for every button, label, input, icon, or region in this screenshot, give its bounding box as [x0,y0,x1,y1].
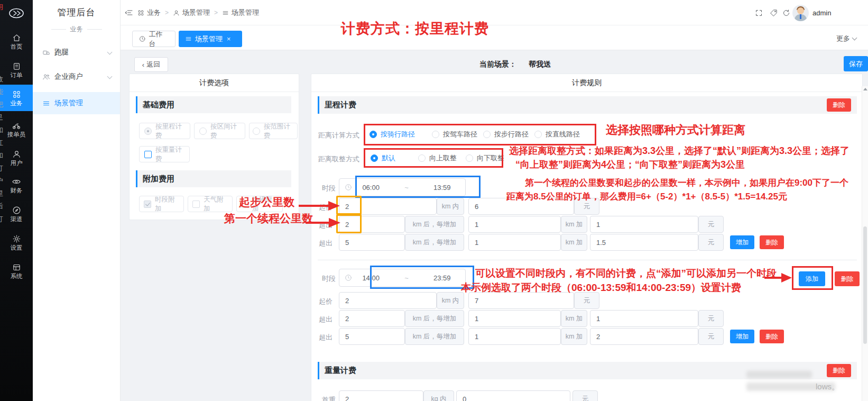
fee-input[interactable]: 2 [590,328,698,345]
more-label: 更多 [836,34,850,43]
tab-scene-management[interactable]: 场景管理 × [179,31,242,47]
app-title: 管理后台 [33,0,120,24]
chevron-down-icon [107,74,113,79]
window-icon [12,263,21,272]
section-mileage-billing: 里程计费 [318,96,857,114]
delete-period-button[interactable]: 删除 [835,271,860,286]
per-km-input[interactable]: 1 [468,328,561,345]
order-icon [12,62,21,71]
first-weight-input[interactable]: 2 [339,390,423,401]
tag-icon[interactable] [770,9,778,17]
sidebar-item-label: 渠道 [11,216,23,222]
radio-icon [253,127,260,135]
delete-row-button[interactable]: 删除 [760,330,784,343]
annotation-billing-mode: 计费方式：按里程计费 [341,19,489,38]
breadcrumb-item-scene-current[interactable]: 场景管理 [222,8,259,17]
submenu-item-label: 场景管理 [54,98,83,108]
chevron-left-icon: ‹ [142,61,144,69]
over-km-input[interactable]: 5 [339,328,405,345]
radio-area-billing[interactable]: 按范围计费 [249,123,298,139]
top-header: 业务 > 场景管理 > 场景管理 admin [121,0,868,25]
sidebar-item-settings[interactable]: 设置 [0,231,33,254]
annotation-box-round-method [364,148,503,168]
avatar[interactable] [792,5,809,21]
fullscreen-icon[interactable] [755,9,763,17]
unit-label: km 后，每增加 [405,234,464,251]
delete-weight-section-button[interactable]: 删除 [827,364,851,377]
red-arrow-icon [298,199,341,212]
first-weight-fee-input[interactable]: 0 [456,390,570,401]
tab-workbench[interactable]: 工作台 [132,31,176,47]
secondary-sidebar: 管理后台 业务 跑腿 企业商户 场景管理 [33,0,121,401]
over-km-input[interactable]: 5 [339,234,405,251]
delete-row-button[interactable]: 删除 [760,235,784,249]
user-icon [12,150,21,159]
watermark-text: lows。 [816,382,839,392]
merchants-icon [42,73,50,81]
sidebar-item-label: 系统 [11,273,23,279]
checkbox-time-extra[interactable]: 时段附加 [139,196,184,212]
unit-label: 元 [698,234,724,251]
fee-input[interactable]: 1 [590,216,698,233]
gear-icon [12,234,21,243]
per-km-input[interactable]: 1 [468,216,561,233]
billing-rules-panel: 计费规则 里程计费 删除 距离计算方式 按骑行路径 按驾车路径 按步行路径 按直… [311,74,863,401]
unit-label: km 后，每增加 [405,328,464,345]
per-km-input[interactable]: 1 [468,234,561,251]
tab-bar: 工作台 场景管理 × 更多 [121,25,868,50]
submenu-item-label: 企业商户 [54,72,83,81]
sidebar-item-label: 设置 [11,244,23,251]
scrollbar-thumb[interactable] [863,226,867,344]
vertical-scrollbar[interactable] [862,86,868,401]
menu-group-label: 业务 [33,24,120,34]
annotation-example-1: 第一个续程的公里数要和起步的公里数一样，本示例中，如果用户在9:00下了一个 [525,177,848,189]
add-row-button[interactable]: 增加 [730,330,754,343]
base-km-input[interactable]: 2 [339,292,437,309]
breadcrumb: 业务 > 场景管理 > 场景管理 [125,0,259,25]
annotation-round-note-2: “向上取整”则距离为4公里；“向下取整”则距离为3公里 [515,158,745,171]
submenu-item-scene-management[interactable]: 场景管理 [33,92,120,114]
more-button[interactable]: 更多 [836,34,856,43]
app-window: 首页 订单 业务 接单员 用户 财务 渠道 设置 [0,0,868,401]
add-row-button[interactable]: 增加 [730,235,754,249]
annotation-box-time-range-1 [355,176,481,198]
radio-icon [144,127,152,135]
section-base-fee: 基础费用 [136,96,291,113]
delete-mileage-section-button[interactable]: 删除 [827,98,851,112]
radio-range-billing[interactable]: 按区间计费 [194,123,245,139]
checkbox-weight-billing[interactable]: 按重量计费 [139,146,190,162]
per-km-input[interactable]: 1 [468,310,561,327]
radio-mileage-billing[interactable]: 按里程计费 [139,123,190,139]
collapse-menu-icon[interactable] [125,8,133,17]
dashboard-icon [139,35,146,42]
submenu-item-errand[interactable]: 跑腿 [33,41,120,63]
save-button[interactable]: 保存 [844,56,868,71]
sidebar-item-system[interactable]: 系统 [0,259,33,282]
row-label: 超出 [319,239,333,248]
breadcrumb-item-business[interactable]: 业务 [137,8,161,17]
unit-label: 元 [698,328,724,345]
fee-input[interactable]: 1.5 [590,234,698,251]
annotation-calc-note: 选择按照哪种方式计算距离 [606,122,745,138]
submenu-item-enterprise[interactable]: 企业商户 [33,66,120,88]
unit-label: km 内 [437,292,464,309]
unit-label: 元 [698,216,724,233]
breadcrumb-separator: > [214,9,218,16]
checkbox-icon [144,200,151,208]
eye-icon [12,177,21,186]
current-scene-label: 当前场景： [479,60,516,69]
scroll-up-arrow-icon[interactable] [863,88,867,90]
checkbox-weather-extra[interactable]: 天气附加 [188,196,233,212]
back-button[interactable]: ‹ 返回 [134,57,168,72]
panel-title: 计费规则 [311,74,862,92]
blurred-watermark [746,371,812,378]
fee-input[interactable]: 1 [590,310,698,327]
sidebar-item-label: 用户 [11,160,23,166]
annotation-period-note-2: 本示例选取了两个时段（06:00-13:59和14:00-23:59）设置计费 [461,281,741,295]
refresh-icon[interactable] [782,9,790,17]
close-tab-icon[interactable]: × [227,35,231,43]
breadcrumb-label: 场景管理 [232,8,259,17]
breadcrumb-item-scene[interactable]: 场景管理 [173,8,210,17]
over-km-input[interactable]: 2 [339,310,405,327]
unit-label: km 加 [561,310,587,327]
